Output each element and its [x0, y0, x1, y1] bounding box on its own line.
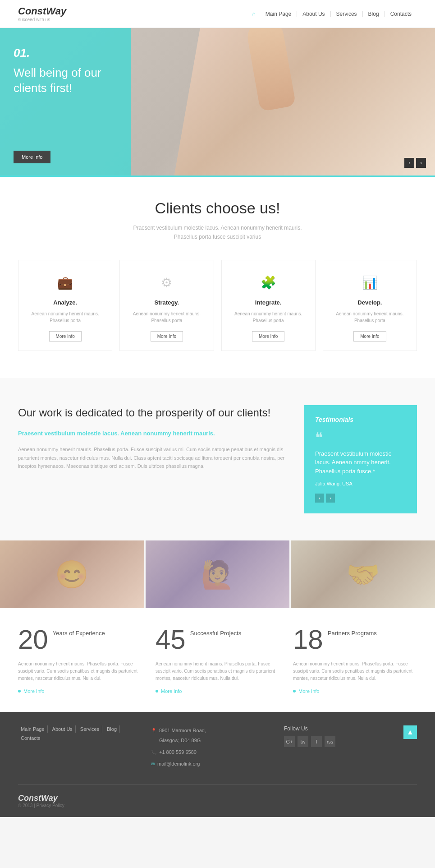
nav-services[interactable]: Services	[331, 11, 363, 17]
hero-section: 01. Well being of our clients first! Mor…	[0, 28, 435, 177]
testimonials-box: Testimonials ❝ Praesent vestibulum moles…	[304, 405, 417, 514]
hero-more-info-button[interactable]: More Info	[14, 151, 50, 163]
stat-link-dot-icon	[156, 690, 158, 693]
address-line2: Glasgow, D04 89G	[159, 738, 201, 743]
develop-text: Aenean nonummy henerit mauris. Phasellus…	[330, 310, 409, 324]
testimonial-navigation: ‹ ›	[315, 494, 406, 503]
analyze-icon: 💼	[26, 274, 105, 292]
back-to-top-button[interactable]: ▲	[403, 725, 417, 739]
stat-experience-label: Years of Experience	[53, 626, 105, 637]
hero-number: 01.	[14, 46, 126, 60]
email-address: mail@demolink.org	[157, 759, 200, 769]
footer-nav-services[interactable]: Services	[78, 725, 102, 733]
hero-content: 01. Well being of our clients first!	[14, 46, 126, 96]
clients-section: Clients choose us! Praesent vestibulum m…	[0, 177, 435, 378]
footer-bottom: ConstWay © 2013 | Privacy Policy	[18, 784, 417, 808]
dedication-section: Our work is dedicated to the prosperity …	[0, 378, 435, 541]
feature-strategy: ⚙ Strategy. Aenean nonummy henerit mauri…	[119, 260, 214, 351]
strategy-more-info-button[interactable]: More Info	[151, 331, 183, 342]
stat-partners-text: Aenean nonummy henerit mauris. Phasellus…	[293, 660, 417, 682]
home-icon[interactable]: ⌂	[252, 10, 255, 18]
feature-analyze: 💼 Analyze. Aenean nonummy henerit mauris…	[18, 260, 112, 351]
testimonial-prev-button[interactable]: ‹	[315, 494, 324, 503]
nav-blog[interactable]: Blog	[363, 11, 385, 17]
photo-handshake	[291, 540, 435, 608]
dedication-left: Our work is dedicated to the prosperity …	[18, 405, 286, 514]
stat-partners-label: Partners Programs	[328, 626, 377, 637]
stat-experience: 20 Years of Experience Aenean nonummy he…	[18, 626, 142, 694]
clients-title: Clients choose us!	[18, 199, 417, 217]
stat-projects-header: 45 Successful Projects	[156, 626, 279, 653]
social-rss-icon[interactable]: rss	[325, 736, 335, 747]
quote-mark: ❝	[315, 430, 406, 445]
phone-icon: 📞	[151, 748, 156, 757]
stat-experience-link[interactable]: More Info	[18, 688, 142, 694]
footer-top: Main Page About Us Services Blog Contact…	[18, 725, 403, 771]
feature-integrate: 🧩 Integrate. Aenean nonummy henerit maur…	[221, 260, 316, 351]
hero-prev-button[interactable]: ‹	[404, 158, 414, 168]
stats-section: 20 Years of Experience Aenean nonummy he…	[0, 608, 435, 712]
nav-contacts[interactable]: Contacts	[385, 11, 417, 17]
social-facebook-icon[interactable]: f	[311, 736, 322, 747]
testimonial-author: Julia Wang, USA	[315, 481, 406, 486]
develop-more-info-button[interactable]: More Info	[353, 331, 386, 342]
social-twitter-icon[interactable]: tw	[298, 736, 308, 747]
photos-row	[0, 540, 435, 608]
stat-link-dot-icon	[18, 690, 21, 693]
footer-nav-about-us[interactable]: About Us	[50, 725, 76, 733]
footer-nav: Main Page About Us Services Blog Contact…	[18, 725, 137, 742]
footer-nav-blog[interactable]: Blog	[104, 725, 120, 733]
footer-email: ✉ mail@demolink.org	[151, 759, 270, 769]
footer-nav-main-page[interactable]: Main Page	[18, 725, 48, 733]
address-icon: 📍	[151, 726, 156, 735]
feature-develop: 📊 Develop. Aenean nonummy henerit mauris…	[323, 260, 417, 351]
main-nav: ⌂ Main Page About Us Services Blog Conta…	[252, 10, 417, 18]
logo-subtitle: succeed with us	[18, 17, 66, 22]
footer-nav-area: Main Page About Us Services Blog Contact…	[18, 725, 137, 771]
stats-grid: 20 Years of Experience Aenean nonummy he…	[18, 626, 417, 694]
footer-nav-contacts[interactable]: Contacts	[18, 734, 43, 742]
stat-partners-number: 18	[293, 626, 323, 653]
integrate-more-info-button[interactable]: More Info	[252, 331, 284, 342]
footer-contact: 📍 8901 Marmora Road, Glasgow, D04 89G 📞 …	[151, 725, 270, 771]
stat-projects: 45 Successful Projects Aenean nonummy he…	[156, 626, 279, 694]
clients-subtitle: Praesent vestibulum molestie lacus. Aene…	[18, 223, 417, 242]
hero-next-button[interactable]: ›	[416, 158, 426, 168]
nav-main-page[interactable]: Main Page	[260, 11, 297, 17]
header: ConstWay succeed with us ⌂ Main Page Abo…	[0, 0, 435, 28]
stat-partners: 18 Partners Programs Aenean nonummy hene…	[293, 626, 417, 694]
stat-experience-header: 20 Years of Experience	[18, 626, 142, 653]
analyze-title: Analyze.	[26, 299, 105, 306]
social-google-plus-icon[interactable]: G+	[284, 736, 295, 747]
stat-partners-link[interactable]: More Info	[293, 688, 417, 694]
testimonial-quote: Praesent vestibulum molestie lacus. Aene…	[315, 449, 406, 476]
logo-area: ConstWay succeed with us	[18, 5, 66, 22]
footer: ▲ Main Page About Us Services Blog Conta…	[0, 712, 435, 817]
integrate-text: Aenean nonummy henerit mauris. Phasellus…	[229, 310, 308, 324]
logo: ConstWay	[18, 5, 66, 17]
analyze-text: Aenean nonummy henerit mauris. Phasellus…	[26, 310, 105, 324]
nav-about-us[interactable]: About Us	[297, 11, 330, 17]
address-line1: 8901 Marmora Road,	[159, 728, 206, 733]
strategy-icon: ⚙	[127, 274, 206, 292]
develop-title: Develop.	[330, 299, 409, 306]
hero-hand-image	[174, 28, 435, 177]
stat-projects-text: Aenean nonummy henerit mauris. Phasellus…	[156, 660, 279, 682]
stat-projects-number: 45	[156, 626, 186, 653]
testimonials-title: Testimonials	[315, 416, 406, 423]
analyze-more-info-button[interactable]: More Info	[49, 331, 82, 342]
stat-projects-link[interactable]: More Info	[156, 688, 279, 694]
integrate-title: Integrate.	[229, 299, 308, 306]
dedication-body: Aenean nonummy henerit mauris. Phasellus…	[18, 445, 286, 471]
stat-experience-number: 20	[18, 626, 48, 653]
features-grid: 💼 Analyze. Aenean nonummy henerit mauris…	[18, 260, 417, 351]
stat-projects-label: Successful Projects	[190, 626, 241, 637]
strategy-title: Strategy.	[127, 299, 206, 306]
footer-copyright: © 2013 | Privacy Policy	[18, 803, 64, 808]
photo-man	[146, 540, 290, 608]
dedication-highlight: Praesent vestibulum molestie lacus. Aene…	[18, 429, 286, 438]
testimonial-next-button[interactable]: ›	[326, 494, 335, 503]
hero-navigation: ‹ ›	[404, 158, 426, 168]
dedication-title: Our work is dedicated to the prosperity …	[18, 405, 286, 420]
footer-address: 📍 8901 Marmora Road, Glasgow, D04 89G	[151, 725, 270, 745]
